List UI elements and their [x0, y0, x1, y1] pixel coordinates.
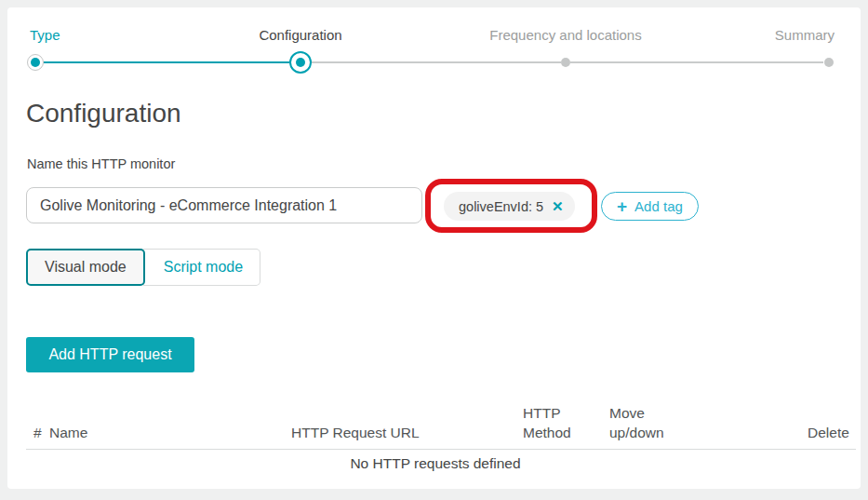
- column-header-delete: Delete: [808, 424, 849, 443]
- step-label-configuration: Configuration: [259, 27, 341, 43]
- column-header-index: #: [33, 424, 42, 443]
- table-header-divider: [26, 449, 856, 450]
- add-tag-label: Add tag: [634, 198, 683, 214]
- step-connector-completed: [44, 61, 289, 63]
- column-header-name: Name: [49, 424, 87, 443]
- step-dot-type-inner: [31, 58, 40, 67]
- column-header-move: Move up/down: [609, 404, 682, 443]
- mode-tabs: Visual mode Script mode: [26, 249, 260, 286]
- step-dot-configuration-inner: [296, 58, 305, 67]
- column-header-url: HTTP Request URL: [291, 424, 420, 443]
- step-label-type[interactable]: Type: [30, 27, 60, 43]
- step-connector-upcoming-1: [312, 61, 561, 63]
- monitor-name-input[interactable]: [26, 187, 422, 223]
- requests-table-header: # Name HTTP Request URL HTTP Method Move…: [7, 399, 861, 447]
- step-label-summary: Summary: [775, 27, 835, 43]
- empty-table-message: No HTTP requests defined: [26, 455, 845, 472]
- tag-pill[interactable]: goliveEnvId: 5 ✕: [444, 192, 575, 221]
- monitor-name-label: Name this HTTP monitor: [27, 156, 175, 171]
- tab-visual-mode[interactable]: Visual mode: [26, 249, 145, 286]
- step-connector-upcoming-2: [570, 61, 823, 63]
- step-dot-frequency-locations: [561, 58, 570, 67]
- monitor-setup-card: Type Configuration Frequency and locatio…: [7, 7, 861, 489]
- step-dot-configuration[interactable]: [289, 51, 312, 74]
- tab-script-mode[interactable]: Script mode: [143, 249, 260, 286]
- remove-tag-icon[interactable]: ✕: [552, 199, 564, 213]
- column-header-method: HTTP Method: [523, 404, 590, 443]
- step-dot-type[interactable]: [27, 54, 44, 71]
- page-title: Configuration: [26, 99, 181, 128]
- add-http-request-button[interactable]: Add HTTP request: [26, 337, 194, 372]
- step-label-frequency-locations: Frequency and locations: [489, 27, 641, 43]
- add-tag-button[interactable]: + Add tag: [601, 192, 699, 221]
- tag-label: goliveEnvId: 5: [459, 199, 543, 214]
- step-dot-summary: [824, 58, 834, 67]
- plus-icon: +: [617, 197, 627, 215]
